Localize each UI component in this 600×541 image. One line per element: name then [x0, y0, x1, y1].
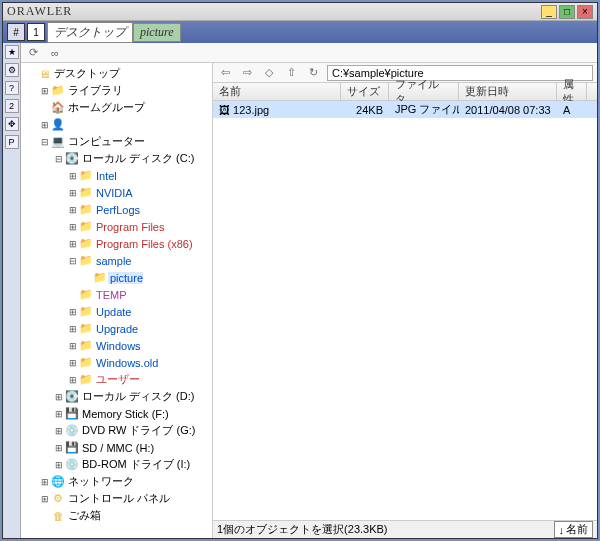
tree-item[interactable]: ⊞📁Program Files (x86) — [21, 235, 212, 252]
tree-label: Windows.old — [94, 357, 158, 369]
reload-icon[interactable]: ↻ — [305, 65, 321, 81]
folder-icon: 🖥 — [36, 67, 52, 81]
tree-label: PerfLogs — [94, 204, 140, 216]
breadcrumb-segment[interactable]: デスクトップ — [47, 22, 133, 43]
tree-item[interactable]: ⊞💾Memory Stick (F:) — [21, 405, 212, 422]
tab-number-button[interactable]: 1 — [27, 23, 45, 41]
tree-item[interactable]: 📁picture — [21, 269, 212, 286]
expander-icon[interactable]: ⊞ — [67, 205, 78, 215]
tree-item[interactable]: ⊞📁Program Files — [21, 218, 212, 235]
maximize-button[interactable]: □ — [559, 5, 575, 19]
column-header[interactable]: ファイルタ… — [389, 83, 459, 100]
tree-item[interactable]: ⊞📁Update — [21, 303, 212, 320]
tree-item[interactable]: ⊞⚙コントロール パネル — [21, 490, 212, 507]
tree-item[interactable]: ⊞📁NVIDIA — [21, 184, 212, 201]
sort-label: 名前 — [566, 522, 588, 537]
expander-icon[interactable]: ⊞ — [67, 307, 78, 317]
refresh-icon[interactable]: ⟳ — [25, 45, 41, 61]
expander-icon[interactable]: ⊟ — [39, 137, 50, 147]
tree-label: ローカル ディスク (D:) — [80, 389, 194, 404]
column-header[interactable]: 属性 — [557, 83, 587, 100]
breadcrumb-current[interactable]: picture — [133, 23, 181, 42]
sidebar-panel2-button[interactable]: 2 — [5, 99, 19, 113]
tree-label: ネットワーク — [66, 474, 134, 489]
column-header[interactable]: サイズ — [341, 83, 389, 100]
file-row[interactable]: 🖼 123.jpg24KBJPG ファイル2011/04/08 07:33A — [213, 101, 597, 118]
link-icon[interactable]: ∞ — [47, 45, 63, 61]
tree-item[interactable]: ⊞📁ユーザー — [21, 371, 212, 388]
minimize-button[interactable]: _ — [541, 5, 557, 19]
tree-item[interactable]: 📁TEMP — [21, 286, 212, 303]
expander-icon[interactable]: ⊟ — [53, 154, 64, 164]
sidebar-favorite-button[interactable]: ★ — [5, 45, 19, 59]
tree-item[interactable]: ⊞💿DVD RW ドライブ (G:) — [21, 422, 212, 439]
expander-icon[interactable]: ⊞ — [53, 426, 64, 436]
titlebar: ORAWLER _ □ × — [3, 3, 597, 21]
tree-label: コンピューター — [66, 134, 145, 149]
expander-icon[interactable]: ⊞ — [67, 375, 78, 385]
tree-item[interactable]: ⊞💿BD-ROM ドライブ (I:) — [21, 456, 212, 473]
tree-item[interactable]: ⊟💽ローカル ディスク (C:) — [21, 150, 212, 167]
expander-icon[interactable]: ⊞ — [39, 120, 50, 130]
sidebar-p-button[interactable]: P — [5, 135, 19, 149]
back-icon[interactable]: ⇦ — [217, 65, 233, 81]
folder-icon: ⚙ — [50, 492, 66, 506]
address-bar[interactable]: C:¥sample¥picture — [327, 65, 593, 81]
tree-item[interactable]: 🗑ごみ箱 — [21, 507, 212, 524]
tree-item[interactable]: ⊞💽ローカル ディスク (D:) — [21, 388, 212, 405]
tree-item[interactable]: ⊟📁sample — [21, 252, 212, 269]
tree-item[interactable]: ⊞📁Intel — [21, 167, 212, 184]
column-header[interactable]: 更新日時 — [459, 83, 557, 100]
tree-item[interactable]: ⊞📁Windows.old — [21, 354, 212, 371]
close-button[interactable]: × — [577, 5, 593, 19]
sidebar-move-button[interactable]: ✥ — [5, 117, 19, 131]
tree-item[interactable]: ⊞👤 — [21, 116, 212, 133]
tree-item[interactable]: ⊞🌐ネットワーク — [21, 473, 212, 490]
expander-icon[interactable]: ⊞ — [53, 392, 64, 402]
sidebar-help-button[interactable]: ? — [5, 81, 19, 95]
tree-label: DVD RW ドライブ (G:) — [80, 423, 195, 438]
expander-icon[interactable]: ⊞ — [67, 239, 78, 249]
folder-icon: 📁 — [78, 203, 94, 217]
diamond-icon[interactable]: ◇ — [261, 65, 277, 81]
expander-icon[interactable]: ⊞ — [39, 86, 50, 96]
tree-item[interactable]: ⊞📁Windows — [21, 337, 212, 354]
expander-icon[interactable]: ⊞ — [53, 443, 64, 453]
expander-icon[interactable]: ⊟ — [67, 256, 78, 266]
tree-item[interactable]: ⊟💻コンピューター — [21, 133, 212, 150]
folder-icon: 💻 — [50, 135, 66, 149]
content: 🖥デスクトップ⊞📁ライブラリ🏠ホームグループ⊞👤⊟💻コンピューター⊟💽ローカル … — [21, 63, 597, 538]
tree-item[interactable]: 🏠ホームグループ — [21, 99, 212, 116]
tree-label: Program Files — [94, 221, 164, 233]
forward-icon[interactable]: ⇨ — [239, 65, 255, 81]
expander-icon[interactable]: ⊞ — [67, 358, 78, 368]
folder-tree[interactable]: 🖥デスクトップ⊞📁ライブラリ🏠ホームグループ⊞👤⊟💻コンピューター⊟💽ローカル … — [21, 63, 213, 538]
folder-icon: 💽 — [64, 152, 80, 166]
expander-icon[interactable]: ⊞ — [67, 171, 78, 181]
expander-icon[interactable]: ⊞ — [67, 188, 78, 198]
expander-icon[interactable]: ⊞ — [53, 460, 64, 470]
file-size: 24KB — [341, 104, 389, 116]
folder-icon: 💾 — [64, 407, 80, 421]
tab-grid-button[interactable]: # — [7, 23, 25, 41]
expander-icon[interactable]: ⊞ — [67, 324, 78, 334]
folder-icon: 📁 — [78, 220, 94, 234]
expander-icon[interactable]: ⊞ — [39, 477, 50, 487]
file-list[interactable]: 🖼 123.jpg24KBJPG ファイル2011/04/08 07:33A — [213, 101, 597, 520]
tree-item[interactable]: ⊞📁ライブラリ — [21, 82, 212, 99]
tree-label: ユーザー — [94, 372, 140, 387]
tree-item[interactable]: ⊞📁PerfLogs — [21, 201, 212, 218]
expander-icon[interactable]: ⊞ — [53, 409, 64, 419]
expander-icon[interactable]: ⊞ — [67, 341, 78, 351]
tree-item[interactable]: 🖥デスクトップ — [21, 65, 212, 82]
tree-item[interactable]: ⊞💾SD / MMC (H:) — [21, 439, 212, 456]
sidebar-settings-button[interactable]: ⚙ — [5, 63, 19, 77]
column-header[interactable]: 名前 — [213, 83, 341, 100]
file-icon: 🖼 — [219, 104, 230, 116]
expander-icon[interactable]: ⊞ — [39, 494, 50, 504]
up-icon[interactable]: ⇧ — [283, 65, 299, 81]
expander-icon[interactable]: ⊞ — [67, 222, 78, 232]
sort-button[interactable]: ↓ 名前 — [554, 521, 594, 538]
tree-item[interactable]: ⊞📁Upgrade — [21, 320, 212, 337]
folder-icon: 📁 — [78, 288, 94, 302]
